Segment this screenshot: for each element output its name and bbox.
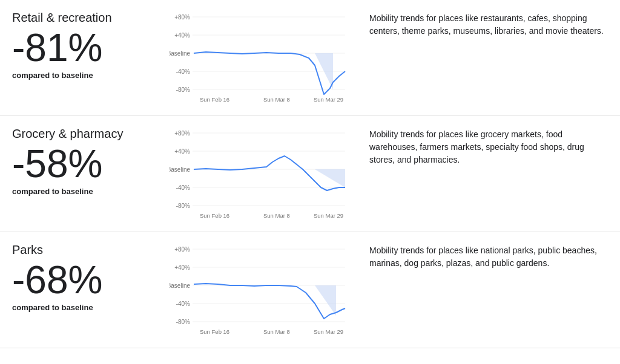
percent-grocery: -58% bbox=[12, 145, 170, 183]
svg-text:-80%: -80% bbox=[176, 319, 190, 325]
chart-svg-grocery: +80% +40% Baseline -40% -80% Sun Feb 16 … bbox=[170, 127, 351, 224]
chart-grocery: +80% +40% Baseline -40% -80% Sun Feb 16 … bbox=[170, 127, 351, 226]
chart-svg-retail: +80% +40% Baseline -40% -80% Sun Feb 16 … bbox=[170, 11, 351, 108]
svg-text:-80%: -80% bbox=[176, 203, 190, 209]
svg-text:+80%: +80% bbox=[174, 130, 190, 137]
svg-text:Sun Mar 8: Sun Mar 8 bbox=[263, 328, 290, 335]
desc-parks: Mobility trends for places like national… bbox=[369, 243, 608, 270]
svg-text:Baseline: Baseline bbox=[170, 166, 190, 173]
section-retail: Retail & recreation -81% compared to bas… bbox=[0, 0, 620, 116]
svg-text:Sun Mar 29: Sun Mar 29 bbox=[314, 212, 343, 219]
chart-parks: +80% +40% Baseline -40% -80% Sun Feb 16 … bbox=[170, 243, 351, 342]
svg-text:Sun Mar 29: Sun Mar 29 bbox=[314, 96, 343, 103]
svg-text:-40%: -40% bbox=[176, 184, 190, 191]
svg-text:+40%: +40% bbox=[174, 264, 190, 271]
svg-text:Baseline: Baseline bbox=[170, 282, 190, 289]
svg-text:Sun Mar 8: Sun Mar 8 bbox=[263, 96, 290, 103]
svg-text:Baseline: Baseline bbox=[170, 50, 190, 57]
svg-text:+80%: +80% bbox=[174, 14, 190, 21]
svg-text:-40%: -40% bbox=[176, 68, 190, 75]
percent-parks: -68% bbox=[12, 261, 170, 299]
category-title-grocery: Grocery & pharmacy bbox=[12, 127, 170, 141]
compared-parks: compared to baseline bbox=[12, 303, 170, 312]
svg-text:+40%: +40% bbox=[174, 148, 190, 155]
left-col-grocery: Grocery & pharmacy -58% compared to base… bbox=[12, 127, 170, 196]
svg-text:Sun Mar 8: Sun Mar 8 bbox=[263, 212, 290, 219]
left-col-parks: Parks -68% compared to baseline bbox=[12, 243, 170, 312]
desc-retail: Mobility trends for places like restaura… bbox=[369, 11, 608, 37]
desc-grocery: Mobility trends for places like grocery … bbox=[369, 127, 608, 166]
section-grocery: Grocery & pharmacy -58% compared to base… bbox=[0, 116, 620, 232]
svg-text:-40%: -40% bbox=[176, 301, 190, 307]
svg-marker-24 bbox=[297, 169, 345, 187]
compared-grocery: compared to baseline bbox=[12, 187, 170, 196]
compared-retail: compared to baseline bbox=[12, 71, 170, 80]
percent-retail: -81% bbox=[12, 28, 170, 67]
left-col-retail: Retail & recreation -81% compared to bas… bbox=[12, 11, 170, 80]
svg-text:Sun Feb 16: Sun Feb 16 bbox=[200, 328, 229, 335]
section-parks: Parks -68% compared to baseline +80% +40… bbox=[0, 232, 620, 348]
chart-retail: +80% +40% Baseline -40% -80% Sun Feb 16 … bbox=[170, 11, 351, 109]
category-title-parks: Parks bbox=[12, 243, 170, 257]
svg-text:+40%: +40% bbox=[174, 32, 190, 39]
svg-text:+80%: +80% bbox=[174, 246, 190, 253]
svg-text:Sun Mar 29: Sun Mar 29 bbox=[314, 328, 343, 335]
svg-text:Sun Feb 16: Sun Feb 16 bbox=[200, 212, 229, 219]
chart-svg-parks: +80% +40% Baseline -40% -80% Sun Feb 16 … bbox=[170, 243, 351, 340]
category-title-retail: Retail & recreation bbox=[12, 11, 170, 25]
svg-text:-80%: -80% bbox=[176, 86, 190, 93]
svg-text:Sun Feb 16: Sun Feb 16 bbox=[200, 96, 229, 103]
